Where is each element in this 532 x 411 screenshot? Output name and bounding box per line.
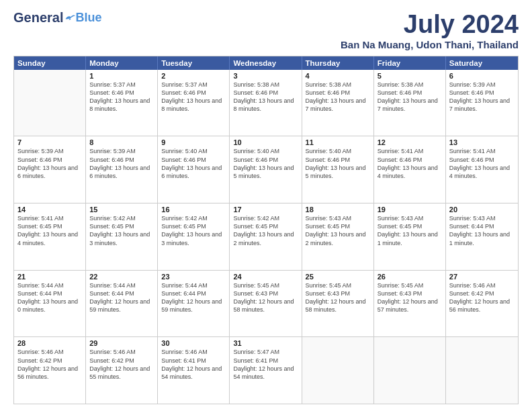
header-saturday: Saturday	[446, 56, 518, 70]
header-wednesday: Wednesday	[230, 56, 302, 70]
day-number: 10	[233, 138, 298, 146]
calendar-cell-r4-c1: 29Sunrise: 5:46 AM Sunset: 6:42 PM Dayli…	[86, 337, 158, 404]
calendar-cell-r0-c4: 4Sunrise: 5:38 AM Sunset: 6:46 PM Daylig…	[302, 70, 374, 136]
day-number: 27	[449, 273, 515, 281]
title-block: July 2024 Ban Na Muang, Udon Thani, Thai…	[341, 11, 519, 50]
logo-bird-icon	[64, 12, 75, 21]
calendar-row-4: 28Sunrise: 5:46 AM Sunset: 6:42 PM Dayli…	[14, 336, 518, 404]
calendar-cell-r0-c5: 5Sunrise: 5:38 AM Sunset: 6:46 PM Daylig…	[374, 70, 446, 136]
day-info: Sunrise: 5:37 AM Sunset: 6:46 PM Dayligh…	[89, 81, 154, 113]
day-number: 14	[17, 205, 82, 214]
page: General Blue July 2024 Ban Na Muang, Udo…	[0, 0, 532, 411]
day-info: Sunrise: 5:45 AM Sunset: 6:43 PM Dayligh…	[233, 281, 298, 314]
calendar-cell-r4-c6	[446, 337, 518, 404]
day-number: 31	[233, 339, 298, 347]
day-info: Sunrise: 5:43 AM Sunset: 6:45 PM Dayligh…	[378, 214, 442, 247]
calendar-cell-r0-c3: 3Sunrise: 5:38 AM Sunset: 6:46 PM Daylig…	[230, 70, 302, 136]
calendar-cell-r2-c4: 18Sunrise: 5:43 AM Sunset: 6:45 PM Dayli…	[302, 203, 374, 270]
day-info: Sunrise: 5:41 AM Sunset: 6:46 PM Dayligh…	[378, 147, 442, 180]
header-sunday: Sunday	[14, 56, 86, 70]
day-number: 1	[89, 72, 154, 80]
day-info: Sunrise: 5:42 AM Sunset: 6:45 PM Dayligh…	[233, 214, 298, 247]
day-info: Sunrise: 5:44 AM Sunset: 6:44 PM Dayligh…	[89, 281, 154, 314]
day-number: 2	[161, 72, 226, 80]
header-monday: Monday	[86, 56, 158, 70]
day-info: Sunrise: 5:45 AM Sunset: 6:43 PM Dayligh…	[306, 281, 370, 314]
calendar-cell-r3-c5: 26Sunrise: 5:45 AM Sunset: 6:43 PM Dayli…	[374, 271, 446, 337]
calendar-cell-r1-c0: 7Sunrise: 5:39 AM Sunset: 6:46 PM Daylig…	[14, 136, 86, 203]
calendar-cell-r1-c4: 11Sunrise: 5:40 AM Sunset: 6:46 PM Dayli…	[302, 136, 374, 203]
location: Ban Na Muang, Udon Thani, Thailand	[341, 39, 519, 50]
day-info: Sunrise: 5:44 AM Sunset: 6:44 PM Dayligh…	[161, 281, 226, 314]
day-info: Sunrise: 5:43 AM Sunset: 6:45 PM Dayligh…	[306, 214, 370, 247]
calendar-row-2: 14Sunrise: 5:41 AM Sunset: 6:45 PM Dayli…	[14, 203, 518, 270]
day-number: 29	[89, 339, 154, 347]
calendar-cell-r2-c6: 20Sunrise: 5:43 AM Sunset: 6:44 PM Dayli…	[446, 203, 518, 270]
month-year: July 2024	[341, 11, 519, 39]
calendar-cell-r3-c2: 23Sunrise: 5:44 AM Sunset: 6:44 PM Dayli…	[158, 271, 230, 337]
calendar-row-0: 1Sunrise: 5:37 AM Sunset: 6:46 PM Daylig…	[14, 70, 518, 136]
day-number: 18	[306, 205, 370, 214]
calendar-cell-r1-c5: 12Sunrise: 5:41 AM Sunset: 6:46 PM Dayli…	[374, 136, 446, 203]
day-info: Sunrise: 5:38 AM Sunset: 6:46 PM Dayligh…	[378, 81, 442, 113]
day-info: Sunrise: 5:46 AM Sunset: 6:42 PM Dayligh…	[89, 348, 154, 381]
day-info: Sunrise: 5:46 AM Sunset: 6:42 PM Dayligh…	[17, 348, 82, 381]
calendar-body: 1Sunrise: 5:37 AM Sunset: 6:46 PM Daylig…	[14, 70, 518, 404]
calendar-cell-r4-c5	[374, 337, 446, 404]
calendar-cell-r4-c3: 31Sunrise: 5:47 AM Sunset: 6:41 PM Dayli…	[230, 337, 302, 404]
day-number: 3	[233, 72, 298, 80]
calendar-cell-r1-c1: 8Sunrise: 5:39 AM Sunset: 6:46 PM Daylig…	[86, 136, 158, 203]
day-number: 13	[449, 138, 515, 146]
logo-general: General	[13, 11, 63, 24]
day-number: 4	[306, 72, 370, 80]
logo-blue: Blue	[75, 11, 101, 24]
header-friday: Friday	[374, 56, 446, 70]
day-info: Sunrise: 5:43 AM Sunset: 6:44 PM Dayligh…	[449, 214, 515, 247]
day-number: 28	[17, 339, 82, 347]
day-number: 19	[378, 205, 442, 214]
calendar-cell-r0-c2: 2Sunrise: 5:37 AM Sunset: 6:46 PM Daylig…	[158, 70, 230, 136]
day-info: Sunrise: 5:42 AM Sunset: 6:45 PM Dayligh…	[89, 214, 154, 247]
day-info: Sunrise: 5:40 AM Sunset: 6:46 PM Dayligh…	[306, 147, 370, 180]
day-info: Sunrise: 5:40 AM Sunset: 6:46 PM Dayligh…	[233, 147, 298, 180]
logo-text: General Blue	[13, 11, 102, 24]
day-info: Sunrise: 5:41 AM Sunset: 6:45 PM Dayligh…	[17, 214, 82, 247]
day-number: 24	[233, 273, 298, 281]
day-info: Sunrise: 5:40 AM Sunset: 6:46 PM Dayligh…	[161, 147, 226, 180]
day-number: 6	[449, 72, 515, 80]
calendar-cell-r3-c1: 22Sunrise: 5:44 AM Sunset: 6:44 PM Dayli…	[86, 271, 158, 337]
day-number: 26	[378, 273, 442, 281]
day-number: 9	[161, 138, 226, 146]
header: General Blue July 2024 Ban Na Muang, Udo…	[13, 11, 519, 50]
calendar-cell-r2-c5: 19Sunrise: 5:43 AM Sunset: 6:45 PM Dayli…	[374, 203, 446, 270]
calendar-cell-r0-c6: 6Sunrise: 5:39 AM Sunset: 6:46 PM Daylig…	[446, 70, 518, 136]
day-number: 25	[306, 273, 370, 281]
day-info: Sunrise: 5:46 AM Sunset: 6:42 PM Dayligh…	[449, 281, 515, 314]
day-number: 20	[449, 205, 515, 214]
calendar-cell-r4-c4	[302, 337, 374, 404]
calendar-header: Sunday Monday Tuesday Wednesday Thursday…	[14, 56, 518, 70]
calendar-cell-r2-c3: 17Sunrise: 5:42 AM Sunset: 6:45 PM Dayli…	[230, 203, 302, 270]
day-number: 16	[161, 205, 226, 214]
calendar-cell-r4-c2: 30Sunrise: 5:46 AM Sunset: 6:41 PM Dayli…	[158, 337, 230, 404]
calendar: Sunday Monday Tuesday Wednesday Thursday…	[13, 56, 519, 404]
day-info: Sunrise: 5:38 AM Sunset: 6:46 PM Dayligh…	[306, 81, 370, 113]
logo: General Blue	[13, 11, 102, 24]
calendar-row-3: 21Sunrise: 5:44 AM Sunset: 6:44 PM Dayli…	[14, 270, 518, 337]
day-number: 22	[89, 273, 154, 281]
day-number: 21	[17, 273, 82, 281]
calendar-cell-r3-c4: 25Sunrise: 5:45 AM Sunset: 6:43 PM Dayli…	[302, 271, 374, 337]
day-number: 7	[17, 138, 82, 146]
day-number: 8	[89, 138, 154, 146]
day-number: 17	[233, 205, 298, 214]
calendar-cell-r0-c1: 1Sunrise: 5:37 AM Sunset: 6:46 PM Daylig…	[86, 70, 158, 136]
day-number: 5	[378, 72, 442, 80]
day-info: Sunrise: 5:42 AM Sunset: 6:45 PM Dayligh…	[161, 214, 226, 247]
calendar-cell-r1-c6: 13Sunrise: 5:41 AM Sunset: 6:46 PM Dayli…	[446, 136, 518, 203]
day-info: Sunrise: 5:46 AM Sunset: 6:41 PM Dayligh…	[161, 348, 226, 381]
calendar-cell-r1-c2: 9Sunrise: 5:40 AM Sunset: 6:46 PM Daylig…	[158, 136, 230, 203]
calendar-cell-r0-c0	[14, 70, 86, 136]
day-info: Sunrise: 5:38 AM Sunset: 6:46 PM Dayligh…	[233, 81, 298, 113]
calendar-cell-r3-c3: 24Sunrise: 5:45 AM Sunset: 6:43 PM Dayli…	[230, 271, 302, 337]
header-thursday: Thursday	[302, 56, 374, 70]
